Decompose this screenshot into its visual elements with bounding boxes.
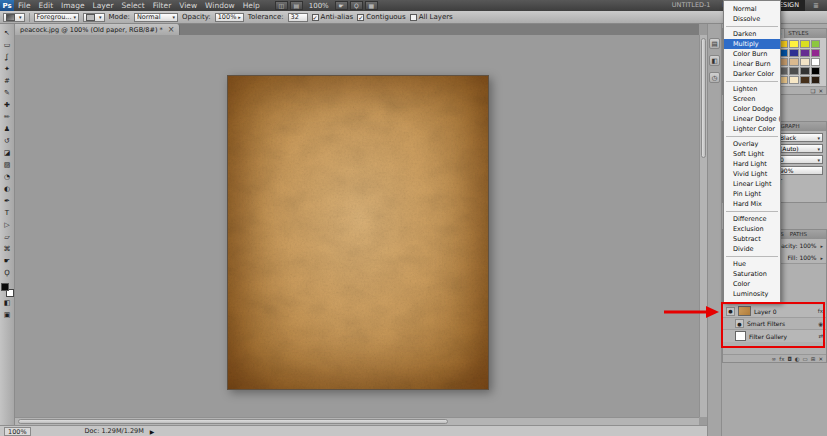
menu[interactable]: View — [175, 0, 201, 11]
color-swatch[interactable] — [800, 40, 810, 48]
vertical-scrollbar[interactable] — [699, 35, 707, 417]
panel-dock-icon[interactable]: ▤ — [709, 38, 720, 49]
blend-mode-menu-item[interactable]: Screen — [724, 94, 780, 104]
blend-mode-menu-item[interactable]: Darker Color — [724, 69, 780, 79]
horizontal-scrollbar[interactable] — [15, 417, 699, 425]
tool-button[interactable]: ʆ — [1, 51, 14, 63]
visibility-eye-icon[interactable]: ● — [735, 319, 744, 328]
blend-mode-menu-item[interactable]: Hard Mix — [724, 199, 780, 209]
app-bar-icon[interactable]: ▦ — [365, 1, 378, 10]
tool-button[interactable]: # — [1, 75, 14, 87]
tool-button[interactable]: ▷ — [1, 219, 14, 231]
smart-filter-badge-icon[interactable]: ◉ — [818, 321, 823, 327]
tool-button[interactable]: ↺ — [1, 135, 14, 147]
layer-row-filter-gallery[interactable]: Filter Gallery ⇄ — [723, 330, 826, 342]
tracking-select[interactable]: 0▾ — [777, 155, 823, 164]
layer-style-icon[interactable]: fx — [779, 356, 784, 362]
color-swatch[interactable] — [811, 67, 821, 75]
color-swatch[interactable] — [811, 40, 821, 48]
status-expander-icon[interactable]: ▶ — [150, 428, 155, 435]
tool-button[interactable]: ▭ — [1, 39, 14, 51]
mode-select[interactable]: Normal▾ — [134, 13, 178, 22]
blend-mode-menu-item[interactable]: Dissolve — [724, 14, 780, 24]
delete-swatch-icon[interactable]: ✕ — [818, 88, 823, 94]
blend-mode-menu-item[interactable] — [726, 81, 778, 82]
tab-paths[interactable]: PATHS — [787, 230, 810, 239]
color-swatch[interactable] — [789, 49, 799, 57]
blend-mode-menu-item[interactable] — [726, 26, 778, 27]
filter-mask-thumbnail[interactable] — [735, 331, 746, 341]
contiguous-checkbox[interactable]: ✓Contiguous — [357, 13, 406, 21]
blend-mode-menu-item[interactable]: Lighten — [724, 84, 780, 94]
menu[interactable]: Select — [118, 0, 149, 11]
canvas-area[interactable] — [15, 35, 699, 417]
color-swatch[interactable] — [800, 58, 810, 66]
menu[interactable]: Edit — [35, 0, 58, 11]
menu[interactable]: Image — [57, 0, 89, 11]
blend-mode-menu-item[interactable]: Hard Light — [724, 159, 780, 169]
blend-mode-menu-item[interactable]: Saturation — [724, 269, 780, 279]
tool-button[interactable]: ◐ — [1, 183, 14, 195]
blend-mode-menu-item[interactable]: Subtract — [724, 234, 780, 244]
new-swatch-icon[interactable]: ❏ — [810, 88, 815, 94]
anti-alias-checkbox[interactable]: ✓Anti-alias — [312, 13, 354, 21]
foreground-color-swatch[interactable] — [1, 283, 9, 291]
blend-mode-menu-item[interactable]: Multiply — [724, 39, 780, 49]
color-swatch[interactable] — [811, 58, 821, 66]
color-swatch[interactable] — [789, 58, 799, 66]
add-mask-icon[interactable]: ◘ — [787, 356, 791, 362]
tool-button[interactable]: ▱ — [1, 231, 14, 243]
smart-filters-label[interactable]: Smart Filters — [747, 320, 785, 327]
zoom-level-field[interactable]: 100% — [4, 427, 31, 436]
tool-button[interactable]: ◪ — [1, 147, 14, 159]
color-swatch[interactable] — [789, 40, 799, 48]
menu[interactable]: File — [14, 0, 35, 11]
blend-mode-menu-item[interactable] — [726, 136, 778, 137]
pattern-picker[interactable]: ▾ — [83, 13, 105, 22]
link-layers-icon[interactable]: ∞ — [772, 356, 777, 362]
filter-gallery-label[interactable]: Filter Gallery — [749, 333, 787, 340]
leading-select[interactable]: (Auto)▾ — [777, 144, 823, 153]
blend-mode-menu-item[interactable]: Normal — [724, 4, 780, 14]
color-swatch[interactable] — [789, 67, 799, 75]
tool-button[interactable]: ↖ — [1, 27, 14, 39]
menu[interactable]: Layer — [89, 0, 118, 11]
new-layer-icon[interactable]: ⊞ — [811, 356, 816, 362]
scale-field[interactable]: 90% — [777, 166, 823, 175]
blend-mode-menu-item[interactable]: Linear Dodge (Add) — [724, 114, 780, 124]
blend-mode-menu-item[interactable]: Color — [724, 279, 780, 289]
close-icon[interactable]: × — [168, 26, 175, 34]
color-swatch[interactable] — [800, 67, 810, 75]
menu[interactable]: Window — [201, 0, 239, 11]
blend-mode-menu-item[interactable]: Divide — [724, 244, 780, 254]
color-swatch[interactable] — [789, 76, 799, 84]
filter-blend-icon[interactable]: ⇄ — [818, 333, 823, 339]
blend-mode-menu-item[interactable] — [726, 211, 778, 212]
blend-mode-menu-item[interactable]: Color Burn — [724, 49, 780, 59]
blend-mode-menu-item[interactable]: Linear Burn — [724, 59, 780, 69]
tab-styles[interactable]: STYLES — [785, 29, 811, 38]
horizontal-scroll-thumb[interactable] — [18, 419, 448, 424]
panel-dock-icon[interactable]: ◷ — [709, 72, 720, 83]
layer-name[interactable]: Layer 0 — [754, 308, 776, 315]
tool-button[interactable]: Ϙ — [1, 267, 14, 279]
app-bar-icon[interactable]: ◫ — [275, 1, 288, 10]
color-swatch[interactable] — [811, 49, 821, 57]
blend-mode-menu-item[interactable] — [726, 256, 778, 257]
app-bar-icon[interactable]: ▤ — [290, 1, 303, 10]
all-layers-checkbox[interactable]: All Layers — [410, 13, 453, 21]
tool-preset-picker[interactable]: ▾ — [3, 13, 25, 22]
tool-button[interactable]: ⌘ — [1, 243, 14, 255]
app-bar-icon[interactable]: Ϙ — [350, 1, 363, 10]
blend-mode-menu-item[interactable]: Exclusion — [724, 224, 780, 234]
blend-mode-menu-item[interactable]: Linear Light — [724, 179, 780, 189]
tool-button[interactable]: ✎ — [1, 87, 14, 99]
blend-mode-menu-item[interactable]: Darken — [724, 29, 780, 39]
workspace-button[interactable]: UNTITLED-1 — [666, 0, 717, 11]
app-zoom-level[interactable]: 100% — [309, 2, 329, 10]
fill-source-select[interactable]: Foregrou...▾ — [34, 13, 79, 22]
blend-mode-menu-item[interactable]: Luminosity — [724, 289, 780, 299]
tool-button[interactable]: ◔ — [1, 171, 14, 183]
layer-row-smart-filters[interactable]: ● Smart Filters ◉ — [723, 318, 826, 330]
tool-button[interactable]: ✏ — [1, 111, 14, 123]
